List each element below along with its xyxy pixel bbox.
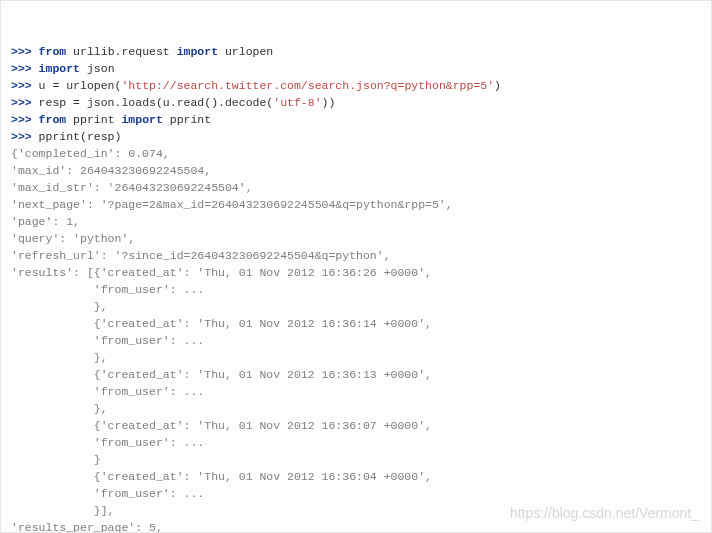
code-line: }, — [11, 400, 701, 417]
code-line: 'query': 'python', — [11, 230, 701, 247]
code-line: 'max_id_str': '264043230692245504', — [11, 179, 701, 196]
code-line: {'created_at': 'Thu, 01 Nov 2012 16:36:1… — [11, 315, 701, 332]
code-line: >>> from urllib.request import urlopen — [11, 43, 701, 60]
code-line: {'completed_in': 0.074, — [11, 145, 701, 162]
output-text: 'max_id_str': '264043230692245504', — [11, 181, 253, 194]
output-text: 'from_user': ... — [11, 487, 204, 500]
code-line: {'created_at': 'Thu, 01 Nov 2012 16:36:0… — [11, 468, 701, 485]
output-text: {'created_at': 'Thu, 01 Nov 2012 16:36:0… — [11, 419, 432, 432]
code-text: urlopen — [218, 45, 273, 58]
code-line: 'refresh_url': '?since_id=26404323069224… — [11, 247, 701, 264]
code-line: 'results_per_page': 5, — [11, 519, 701, 533]
code-line: 'from_user': ... — [11, 434, 701, 451]
string-token: 'utf-8' — [273, 96, 321, 109]
code-line: }, — [11, 349, 701, 366]
output-text: }, — [11, 300, 108, 313]
code-block: >>> from urllib.request import urlopen>>… — [0, 0, 712, 533]
code-line: }], — [11, 502, 701, 519]
output-text: 'from_user': ... — [11, 334, 204, 347]
output-text: }], — [11, 504, 115, 517]
code-text: pprint — [66, 113, 121, 126]
code-line: >>> pprint(resp) — [11, 128, 701, 145]
output-text: }, — [11, 351, 108, 364]
output-text: {'created_at': 'Thu, 01 Nov 2012 16:36:1… — [11, 368, 432, 381]
code-text: ) — [494, 79, 501, 92]
code-text: urllib.request — [66, 45, 176, 58]
code-text: pprint(resp) — [39, 130, 122, 143]
code-line: 'next_page': '?page=2&max_id=26404323069… — [11, 196, 701, 213]
output-text: 'results_per_page': 5, — [11, 521, 163, 533]
code-line: }, — [11, 298, 701, 315]
output-text: 'refresh_url': '?since_id=26404323069224… — [11, 249, 391, 262]
output-text: 'query': 'python', — [11, 232, 135, 245]
repl-prompt: >>> — [11, 62, 39, 75]
code-line: } — [11, 451, 701, 468]
output-text: 'from_user': ... — [11, 385, 204, 398]
code-line: >>> resp = json.loads(u.read().decode('u… — [11, 94, 701, 111]
output-text: {'completed_in': 0.074, — [11, 147, 170, 160]
output-text: 'from_user': ... — [11, 436, 204, 449]
repl-prompt: >>> — [11, 130, 39, 143]
keyword-token: from — [39, 113, 67, 126]
code-line: 'from_user': ... — [11, 281, 701, 298]
output-text: }, — [11, 402, 108, 415]
code-line: 'from_user': ... — [11, 485, 701, 502]
code-text: u = urlopen( — [39, 79, 122, 92]
output-text: 'max_id': 264043230692245504, — [11, 164, 211, 177]
keyword-token: import — [121, 113, 162, 126]
output-text: 'next_page': '?page=2&max_id=26404323069… — [11, 198, 453, 211]
code-line: 'max_id': 264043230692245504, — [11, 162, 701, 179]
output-text: 'from_user': ... — [11, 283, 204, 296]
keyword-token: import — [39, 62, 80, 75]
repl-prompt: >>> — [11, 79, 39, 92]
repl-prompt: >>> — [11, 96, 39, 109]
output-text: {'created_at': 'Thu, 01 Nov 2012 16:36:1… — [11, 317, 432, 330]
code-text: pprint — [163, 113, 211, 126]
output-text: 'results': [{'created_at': 'Thu, 01 Nov … — [11, 266, 432, 279]
code-line: >>> u = urlopen('http://search.twitter.c… — [11, 77, 701, 94]
code-text: json — [80, 62, 115, 75]
code-line: 'results': [{'created_at': 'Thu, 01 Nov … — [11, 264, 701, 281]
code-text: )) — [322, 96, 336, 109]
code-line: >>> import json — [11, 60, 701, 77]
code-line: {'created_at': 'Thu, 01 Nov 2012 16:36:1… — [11, 366, 701, 383]
code-line: 'from_user': ... — [11, 383, 701, 400]
keyword-token: import — [177, 45, 218, 58]
code-line: >>> from pprint import pprint — [11, 111, 701, 128]
output-text: } — [11, 453, 101, 466]
keyword-token: from — [39, 45, 67, 58]
code-line: 'page': 1, — [11, 213, 701, 230]
code-line: 'from_user': ... — [11, 332, 701, 349]
repl-prompt: >>> — [11, 45, 39, 58]
repl-prompt: >>> — [11, 113, 39, 126]
output-text: 'page': 1, — [11, 215, 80, 228]
string-token: 'http://search.twitter.com/search.json?q… — [121, 79, 494, 92]
code-text: resp = json.loads(u.read().decode( — [39, 96, 274, 109]
output-text: {'created_at': 'Thu, 01 Nov 2012 16:36:0… — [11, 470, 432, 483]
code-line: {'created_at': 'Thu, 01 Nov 2012 16:36:0… — [11, 417, 701, 434]
